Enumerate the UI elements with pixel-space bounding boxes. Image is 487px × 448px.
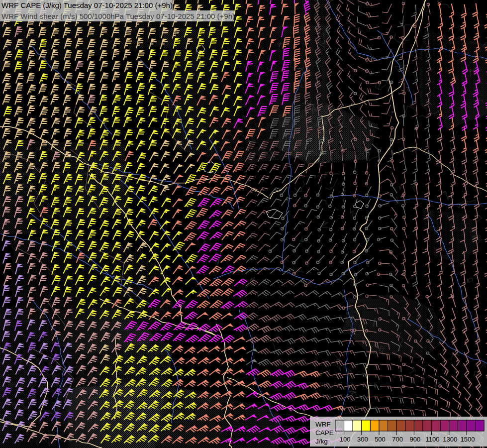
svg-text:300: 300 bbox=[357, 436, 368, 443]
svg-text:WRF CAPE (J/kg) Tuesday 07-10-: WRF CAPE (J/kg) Tuesday 07-10-2025 21:00… bbox=[1, 1, 173, 9]
svg-text:500: 500 bbox=[375, 436, 386, 443]
svg-text:100: 100 bbox=[340, 436, 351, 443]
svg-text:1100: 1100 bbox=[426, 436, 440, 443]
svg-text:1300: 1300 bbox=[443, 436, 457, 443]
svg-text:CAPE: CAPE bbox=[315, 429, 334, 437]
svg-text:1500: 1500 bbox=[461, 436, 475, 443]
svg-text:700: 700 bbox=[392, 436, 403, 443]
svg-text:900: 900 bbox=[410, 436, 421, 443]
svg-text:J/kg: J/kg bbox=[315, 438, 328, 445]
svg-text:WRF: WRF bbox=[315, 421, 331, 428]
svg-text:WRF Wind shear (m/s) 500/1000h: WRF Wind shear (m/s) 500/1000hPa Tuesday… bbox=[1, 12, 235, 20]
